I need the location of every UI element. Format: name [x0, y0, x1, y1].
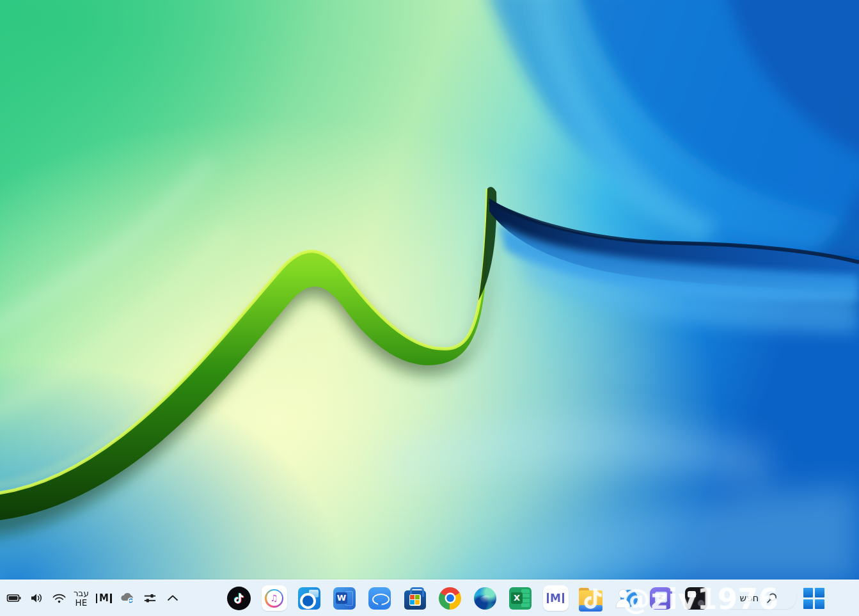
tiktok-icon	[227, 587, 251, 610]
taskbar-app-m[interactable]: M	[538, 583, 573, 613]
search-box[interactable]: חפש	[721, 587, 796, 609]
system-tray: עבר HE M	[6, 580, 180, 616]
taskbar-app-camera[interactable]	[679, 583, 714, 613]
tray-m-logo-icon[interactable]: M	[96, 585, 112, 611]
wifi-icon[interactable]	[51, 585, 67, 611]
onedrive-sync-icon[interactable]	[119, 585, 136, 611]
file-explorer-icon	[579, 590, 603, 609]
search-label: חפש	[740, 592, 759, 604]
taskbar-app-zchat[interactable]: z	[643, 583, 679, 613]
taskbar-app-tiktok[interactable]	[221, 583, 256, 613]
wallpaper-image	[0, 0, 859, 582]
windows-logo-icon	[803, 588, 813, 597]
taskbar-app-excel[interactable]: X	[503, 583, 538, 613]
desktop: @ziv1976 עבר HE M	[0, 0, 859, 616]
filters-sliders-icon[interactable]	[143, 585, 158, 611]
outlook-icon	[298, 587, 320, 610]
taskbar-app-chat[interactable]	[362, 583, 397, 613]
start-button[interactable]	[803, 588, 824, 609]
chat-app-icon	[368, 587, 391, 610]
camera-app-icon	[685, 587, 707, 610]
microsoft-store-icon	[404, 590, 426, 610]
taskbar-apps: ♫ W X	[221, 580, 714, 616]
battery-icon[interactable]	[6, 585, 22, 611]
taskbar-app-chrome[interactable]	[432, 583, 468, 613]
show-hidden-icons-chevron[interactable]	[165, 585, 180, 611]
excel-icon: X	[509, 587, 532, 610]
people-icon	[615, 587, 638, 610]
taskbar-app-file-explorer[interactable]	[573, 583, 608, 613]
chrome-icon	[439, 587, 461, 610]
word-icon: W	[333, 587, 356, 610]
m-app-icon: M	[543, 585, 569, 611]
language-indicator[interactable]: עבר HE	[74, 588, 89, 608]
volume-icon[interactable]	[29, 585, 44, 611]
itunes-icon: ♫	[262, 585, 287, 611]
taskbar-app-store[interactable]	[397, 583, 432, 613]
taskbar: עבר HE M	[0, 580, 859, 616]
z-chat-icon: z	[650, 587, 672, 610]
taskbar-app-people[interactable]	[608, 583, 643, 613]
taskbar-app-outlook[interactable]	[292, 583, 327, 613]
search-icon	[766, 592, 778, 604]
taskbar-app-itunes[interactable]: ♫	[256, 583, 292, 613]
language-code: HE	[75, 598, 88, 608]
taskbar-app-word[interactable]: W	[327, 583, 362, 613]
edge-icon	[474, 587, 496, 610]
taskbar-app-edge[interactable]	[468, 583, 503, 613]
language-script: עבר	[74, 588, 89, 598]
